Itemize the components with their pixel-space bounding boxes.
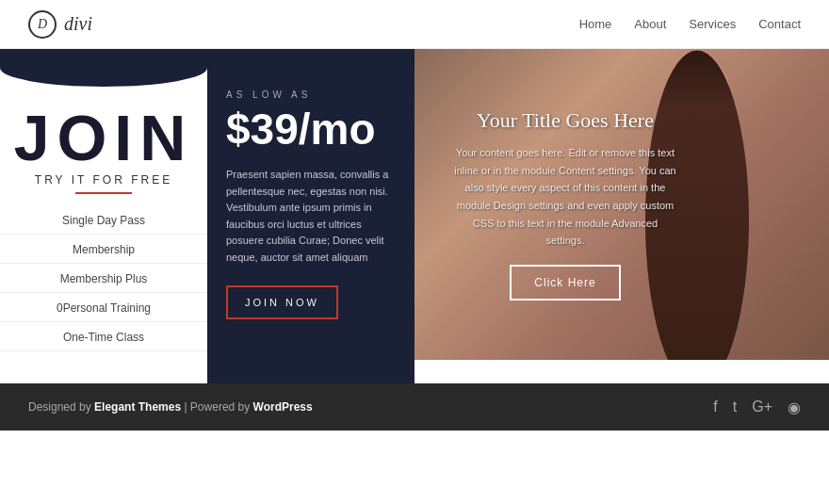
elegant-themes-link[interactable]: Elegant Themes: [94, 400, 181, 414]
promo-section: AS LOW AS $39/mo Praesent sapien massa, …: [207, 49, 414, 360]
sidebar-item-personal-training[interactable]: 0Personal Training: [0, 295, 207, 322]
rss-icon[interactable]: ◉: [788, 398, 801, 416]
nav-services[interactable]: Services: [689, 17, 736, 31]
hero-title: Your Title Goes Here: [452, 108, 678, 133]
price-display: $39/mo: [226, 106, 396, 154]
join-heading: JOIN: [14, 106, 194, 170]
sidebar-item-membership[interactable]: Membership: [0, 236, 207, 264]
bottom-strip: [0, 360, 829, 383]
site-footer: Designed by Elegant Themes | Powered by …: [0, 383, 829, 431]
sidebar-item-membership-plus[interactable]: Membership Plus: [0, 266, 207, 293]
promo-description: Praesent sapien massa, convallis a pelle…: [226, 167, 396, 267]
social-icons: f t G+ ◉: [713, 398, 801, 416]
designed-by-text: Designed by: [28, 400, 94, 414]
nav-about[interactable]: About: [634, 17, 666, 31]
site-header: D divi Home About Services Contact: [0, 0, 829, 49]
as-low-as-label: AS LOW AS: [226, 89, 396, 100]
sidebar-wave: [0, 49, 207, 87]
sidebar-content: JOIN TRY IT FOR FREE Single Day Pass Mem…: [0, 87, 207, 351]
logo-text: divi: [64, 13, 92, 35]
logo[interactable]: D divi: [28, 10, 92, 39]
sidebar-item-one-time-class[interactable]: One-Time Class: [0, 324, 207, 351]
hero-section: Your Title Goes Here Your content goes h…: [414, 49, 829, 360]
main-content: JOIN TRY IT FOR FREE Single Day Pass Mem…: [0, 49, 829, 360]
main-nav: Home About Services Contact: [579, 17, 801, 31]
logo-icon: D: [28, 10, 57, 39]
footer-credits: Designed by Elegant Themes | Powered by …: [28, 400, 313, 414]
powered-by-text: | Powered by: [181, 400, 253, 414]
try-free-label: TRY IT FOR FREE: [35, 173, 172, 187]
nav-contact[interactable]: Contact: [758, 17, 801, 31]
sidebar-menu: Single Day Pass Membership Membership Pl…: [0, 207, 207, 351]
sidebar-item-single-day[interactable]: Single Day Pass: [0, 207, 207, 235]
hero-description: Your content goes here. Edit or remove t…: [452, 144, 678, 250]
sidebar: JOIN TRY IT FOR FREE Single Day Pass Mem…: [0, 49, 207, 360]
facebook-icon[interactable]: f: [713, 398, 717, 416]
hero-overlay: Your Title Goes Here Your content goes h…: [414, 89, 716, 319]
twitter-icon[interactable]: t: [733, 398, 737, 416]
red-divider: [75, 192, 132, 194]
nav-home[interactable]: Home: [579, 17, 612, 31]
wordpress-link[interactable]: WordPress: [253, 400, 313, 414]
join-now-button[interactable]: JOIN NOW: [226, 285, 338, 319]
google-plus-icon[interactable]: G+: [752, 398, 772, 416]
click-here-button[interactable]: Click Here: [510, 265, 620, 301]
